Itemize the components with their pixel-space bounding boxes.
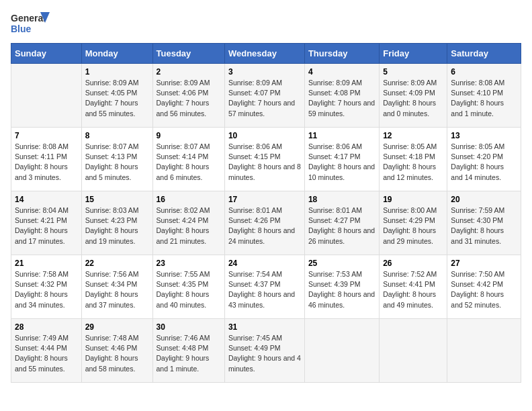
day-number: 31	[228, 322, 301, 332]
day-number: 7	[15, 131, 78, 140]
day-number: 18	[308, 195, 375, 204]
calendar-cell	[304, 319, 379, 383]
day-number: 29	[85, 322, 149, 332]
day-number: 8	[85, 131, 149, 140]
day-info: Sunrise: 7:54 AMSunset: 4:37 PMDaylight:…	[228, 269, 301, 310]
day-info: Sunrise: 7:49 AMSunset: 4:44 PMDaylight:…	[15, 333, 78, 374]
day-number: 23	[157, 259, 221, 268]
day-info: Sunrise: 7:50 AMSunset: 4:42 PMDaylight:…	[451, 269, 517, 310]
day-info: Sunrise: 7:56 AMSunset: 4:34 PMDaylight:…	[85, 269, 149, 310]
calendar-cell: 22Sunrise: 7:56 AMSunset: 4:34 PMDayligh…	[81, 255, 152, 319]
calendar-cell	[447, 319, 521, 383]
day-info: Sunrise: 8:05 AMSunset: 4:20 PMDaylight:…	[451, 142, 517, 183]
calendar-cell	[380, 319, 447, 383]
calendar-cell: 11Sunrise: 8:06 AMSunset: 4:17 PMDayligh…	[304, 128, 379, 191]
day-number: 21	[15, 259, 78, 268]
svg-text:Blue: Blue	[11, 24, 32, 34]
day-info: Sunrise: 8:03 AMSunset: 4:23 PMDaylight:…	[85, 205, 149, 246]
day-info: Sunrise: 7:55 AMSunset: 4:35 PMDaylight:…	[157, 269, 221, 310]
header-day: Thursday	[304, 44, 379, 64]
day-info: Sunrise: 8:09 AMSunset: 4:06 PMDaylight:…	[157, 78, 221, 119]
day-number: 30	[157, 322, 221, 332]
day-number: 4	[308, 67, 375, 77]
calendar-cell: 28Sunrise: 7:49 AMSunset: 4:44 PMDayligh…	[11, 319, 82, 383]
calendar-cell	[11, 64, 82, 128]
day-number: 22	[85, 259, 149, 268]
day-number: 27	[451, 259, 517, 268]
calendar-cell: 27Sunrise: 7:50 AMSunset: 4:42 PMDayligh…	[447, 255, 521, 319]
calendar-cell: 6Sunrise: 8:08 AMSunset: 4:10 PMDaylight…	[447, 64, 521, 128]
day-number: 9	[157, 131, 221, 140]
day-number: 25	[308, 259, 375, 268]
calendar-cell: 4Sunrise: 8:09 AMSunset: 4:08 PMDaylight…	[304, 64, 379, 128]
calendar-week-row: 1Sunrise: 8:09 AMSunset: 4:05 PMDaylight…	[11, 64, 521, 128]
day-number: 14	[15, 195, 78, 204]
logo-svg: GeneralBlue	[11, 11, 51, 35]
day-number: 26	[383, 259, 443, 268]
calendar-cell: 7Sunrise: 8:08 AMSunset: 4:11 PMDaylight…	[11, 128, 82, 191]
day-info: Sunrise: 8:09 AMSunset: 4:05 PMDaylight:…	[85, 78, 149, 119]
calendar-header: SundayMondayTuesdayWednesdayThursdayFrid…	[11, 44, 521, 64]
day-number: 16	[157, 195, 221, 204]
day-number: 28	[15, 322, 78, 332]
calendar-cell: 3Sunrise: 8:09 AMSunset: 4:07 PMDaylight…	[224, 64, 304, 128]
calendar-cell: 2Sunrise: 8:09 AMSunset: 4:06 PMDaylight…	[152, 64, 224, 128]
day-info: Sunrise: 7:45 AMSunset: 4:49 PMDaylight:…	[228, 333, 301, 374]
day-number: 3	[228, 67, 301, 77]
day-number: 12	[383, 131, 443, 140]
header-day: Saturday	[447, 44, 521, 64]
calendar-cell: 21Sunrise: 7:58 AMSunset: 4:32 PMDayligh…	[11, 255, 82, 319]
day-info: Sunrise: 8:07 AMSunset: 4:14 PMDaylight:…	[157, 142, 221, 183]
day-info: Sunrise: 8:06 AMSunset: 4:15 PMDaylight:…	[228, 142, 301, 183]
day-number: 20	[451, 195, 517, 204]
day-info: Sunrise: 7:52 AMSunset: 4:41 PMDaylight:…	[383, 269, 443, 310]
calendar-cell: 17Sunrise: 8:01 AMSunset: 4:26 PMDayligh…	[224, 191, 304, 255]
calendar-cell: 8Sunrise: 8:07 AMSunset: 4:13 PMDaylight…	[81, 128, 152, 191]
day-number: 15	[85, 195, 149, 204]
header-day: Friday	[380, 44, 447, 64]
header-day: Wednesday	[224, 44, 304, 64]
calendar-cell: 18Sunrise: 8:01 AMSunset: 4:27 PMDayligh…	[304, 191, 379, 255]
calendar-week-row: 14Sunrise: 8:04 AMSunset: 4:21 PMDayligh…	[11, 191, 521, 255]
day-info: Sunrise: 8:05 AMSunset: 4:18 PMDaylight:…	[383, 142, 443, 183]
header-day: Sunday	[11, 44, 82, 64]
day-info: Sunrise: 8:09 AMSunset: 4:07 PMDaylight:…	[228, 78, 301, 119]
day-info: Sunrise: 8:09 AMSunset: 4:08 PMDaylight:…	[308, 78, 375, 119]
calendar-cell: 5Sunrise: 8:09 AMSunset: 4:09 PMDaylight…	[380, 64, 447, 128]
calendar-cell: 19Sunrise: 8:00 AMSunset: 4:29 PMDayligh…	[380, 191, 447, 255]
day-info: Sunrise: 8:09 AMSunset: 4:09 PMDaylight:…	[383, 78, 443, 119]
day-info: Sunrise: 8:06 AMSunset: 4:17 PMDaylight:…	[308, 142, 375, 183]
calendar-cell: 29Sunrise: 7:48 AMSunset: 4:46 PMDayligh…	[81, 319, 152, 383]
day-info: Sunrise: 8:02 AMSunset: 4:24 PMDaylight:…	[157, 205, 221, 246]
calendar-cell: 14Sunrise: 8:04 AMSunset: 4:21 PMDayligh…	[11, 191, 82, 255]
calendar-cell: 24Sunrise: 7:54 AMSunset: 4:37 PMDayligh…	[224, 255, 304, 319]
calendar-cell: 25Sunrise: 7:53 AMSunset: 4:39 PMDayligh…	[304, 255, 379, 319]
day-info: Sunrise: 7:58 AMSunset: 4:32 PMDaylight:…	[15, 269, 78, 310]
calendar-cell: 10Sunrise: 8:06 AMSunset: 4:15 PMDayligh…	[224, 128, 304, 191]
day-info: Sunrise: 7:53 AMSunset: 4:39 PMDaylight:…	[308, 269, 375, 310]
svg-text:General: General	[11, 13, 46, 24]
day-number: 2	[157, 67, 221, 77]
calendar-cell: 30Sunrise: 7:46 AMSunset: 4:48 PMDayligh…	[152, 319, 224, 383]
day-number: 5	[383, 67, 443, 77]
header-day: Tuesday	[152, 44, 224, 64]
day-number: 24	[228, 259, 301, 268]
header-row: SundayMondayTuesdayWednesdayThursdayFrid…	[11, 44, 521, 64]
calendar-body: 1Sunrise: 8:09 AMSunset: 4:05 PMDaylight…	[11, 64, 521, 383]
calendar-cell: 13Sunrise: 8:05 AMSunset: 4:20 PMDayligh…	[447, 128, 521, 191]
day-info: Sunrise: 8:07 AMSunset: 4:13 PMDaylight:…	[85, 142, 149, 183]
day-info: Sunrise: 7:48 AMSunset: 4:46 PMDaylight:…	[85, 333, 149, 374]
day-number: 19	[383, 195, 443, 204]
header-day: Monday	[81, 44, 152, 64]
calendar-cell: 23Sunrise: 7:55 AMSunset: 4:35 PMDayligh…	[152, 255, 224, 319]
day-info: Sunrise: 8:00 AMSunset: 4:29 PMDaylight:…	[383, 205, 443, 246]
day-number: 6	[451, 67, 517, 77]
logo: GeneralBlue	[11, 11, 51, 35]
day-number: 11	[308, 131, 375, 140]
calendar-week-row: 21Sunrise: 7:58 AMSunset: 4:32 PMDayligh…	[11, 255, 521, 319]
page-header: GeneralBlue	[11, 11, 521, 35]
calendar-cell: 26Sunrise: 7:52 AMSunset: 4:41 PMDayligh…	[380, 255, 447, 319]
day-info: Sunrise: 8:01 AMSunset: 4:26 PMDaylight:…	[228, 205, 301, 246]
day-number: 1	[85, 67, 149, 77]
day-info: Sunrise: 7:46 AMSunset: 4:48 PMDaylight:…	[157, 333, 221, 374]
